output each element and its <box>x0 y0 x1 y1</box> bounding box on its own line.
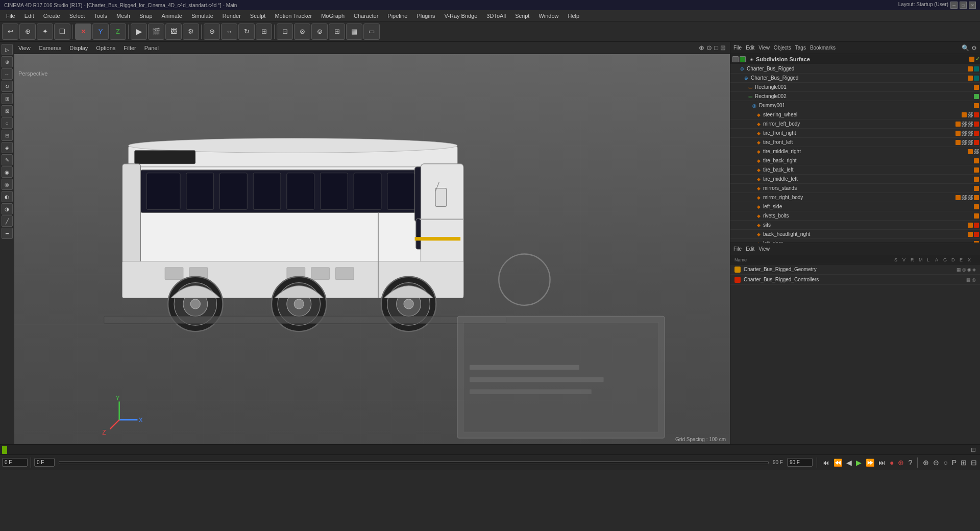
minimize-button[interactable]: ─ <box>950 2 958 9</box>
frame-display-field[interactable] <box>34 458 55 467</box>
render-check[interactable] <box>740 56 746 62</box>
menu-character[interactable]: Character <box>350 12 382 20</box>
render-settings-btn[interactable]: ⚙ <box>183 23 199 40</box>
timeline-settings-btn[interactable]: ⊞ <box>960 457 968 468</box>
keyframe-add-btn[interactable]: ⊕ <box>922 457 930 468</box>
tree-item-tire-mr[interactable]: ◆ tire_middle_right <box>730 147 980 156</box>
tree-item-mirrors-stands[interactable]: ◆ mirrors_stands <box>730 184 980 193</box>
menu-create[interactable]: Create <box>39 12 64 20</box>
polygon-mode-button[interactable]: Z <box>110 23 126 40</box>
timeline-scrubber[interactable] <box>59 461 769 464</box>
scale-lt[interactable]: ↔ <box>2 68 13 80</box>
tree-item-sits[interactable]: ◆ sits <box>730 221 980 230</box>
vp-menu-view[interactable]: View <box>18 45 31 51</box>
visibility-check[interactable] <box>732 56 739 62</box>
menu-window[interactable]: Window <box>534 12 562 20</box>
selection-tool[interactable]: ▷ <box>2 44 13 55</box>
menu-help[interactable]: Help <box>564 12 584 20</box>
menu-sculpt[interactable]: Sculpt <box>246 12 270 20</box>
axis-btn[interactable]: ⊗ <box>294 23 310 40</box>
timeline-expand-right-btn[interactable]: ⊟ <box>970 457 978 468</box>
menu-plugins[interactable]: Plugins <box>412 12 439 20</box>
frame-end-field[interactable] <box>787 458 813 467</box>
play-back-btn[interactable]: ◀ <box>845 457 853 468</box>
obj-settings-icon[interactable]: ⚙ <box>971 44 977 52</box>
menu-mograph[interactable]: MoGraph <box>317 12 349 20</box>
keyframe-minus-btn[interactable]: ⊖ <box>932 457 940 468</box>
weld-tool[interactable]: ◈ <box>2 142 13 153</box>
close-button[interactable]: ✕ <box>969 2 976 9</box>
viewport-icon-maximize[interactable]: ⊟ <box>720 44 726 52</box>
obj-search-icon[interactable]: 🔍 <box>962 44 969 52</box>
vp-menu-filter[interactable]: Filter <box>124 45 136 51</box>
floor-btn[interactable]: ▭ <box>363 23 380 40</box>
polygon-pen[interactable]: ✎ <box>2 154 13 165</box>
viewport-icon-axes[interactable]: ⊕ <box>699 44 704 52</box>
menu-simulate[interactable]: Simulate <box>187 12 217 20</box>
vp-menu-options[interactable]: Options <box>96 45 115 51</box>
viewport[interactable]: View Cameras Display Options Filter Pane… <box>14 42 730 444</box>
obj-bookmarks-menu[interactable]: Bookmarks <box>810 45 836 51</box>
tree-item-charter-bus-2[interactable]: ⊕ Charter_Bus_Rigged <box>730 74 980 83</box>
prev-frame-btn[interactable]: ⏪ <box>832 457 843 468</box>
scene-view-menu[interactable]: View <box>758 246 770 252</box>
loop-tool[interactable]: ○ <box>2 117 13 129</box>
tree-item-mirror-lb[interactable]: ◆ mirror_left_body <box>730 119 980 129</box>
vp-menu-display[interactable]: Display <box>69 45 88 51</box>
menu-3dtoall[interactable]: 3DToAll <box>482 12 510 20</box>
frame-current-field[interactable] <box>2 458 28 467</box>
next-frame-btn[interactable]: ⏩ <box>865 457 875 468</box>
record-btn[interactable]: ● <box>889 457 895 468</box>
object-tree[interactable]: ◈ Subdivision Surface ✓ ⊕ Charter_Bus_Ri… <box>730 54 980 243</box>
record-all-btn[interactable]: ⊕ <box>897 457 905 468</box>
obj-tags-menu[interactable]: Tags <box>795 45 806 51</box>
obj-objects-menu[interactable]: Objects <box>774 45 791 51</box>
tree-item-mirror-rb[interactable]: ◆ mirror_right_body <box>730 193 980 202</box>
tree-item-subdivision[interactable]: ◈ Subdivision Surface ✓ <box>730 54 980 64</box>
interactive-render-btn[interactable]: 🎬 <box>148 23 164 40</box>
viewport-filter-btn[interactable]: ⊞ <box>329 23 345 40</box>
tree-item-left-door[interactable]: ◆ left_door <box>730 239 980 243</box>
viewport-icon-camera[interactable]: ⊙ <box>706 44 712 52</box>
tree-item-dummy001[interactable]: ◎ Dummy001 <box>730 101 980 110</box>
menu-motion-tracker[interactable]: Motion Tracker <box>271 12 316 20</box>
obj-view-menu[interactable]: View <box>758 45 770 51</box>
bridge-tool[interactable]: ⊟ <box>2 130 13 141</box>
menu-file[interactable]: File <box>2 12 19 20</box>
menu-mesh[interactable]: Mesh <box>112 12 134 20</box>
vp-menu-cameras[interactable]: Cameras <box>39 45 62 51</box>
tree-item-rect001[interactable]: ▭ Rectangle001 <box>730 83 980 92</box>
knife-tool[interactable]: ⊞ <box>2 93 13 104</box>
tree-item-tire-ml[interactable]: ◆ tire_middle_left <box>730 175 980 184</box>
move-lt[interactable]: ⊕ <box>2 56 13 67</box>
group-button[interactable]: ❑ <box>54 23 70 40</box>
rotate-tool[interactable]: ↻ <box>238 23 255 40</box>
workplane-btn[interactable]: ⊚ <box>311 23 328 40</box>
scene-file-menu[interactable]: File <box>733 246 742 252</box>
tree-item-tire-bl[interactable]: ◆ tire_back_left <box>730 165 980 175</box>
undo-button[interactable]: ↩ <box>2 23 18 40</box>
edge-mode-button[interactable]: Y <box>92 23 109 40</box>
motion-system-btn[interactable]: ? <box>907 457 913 468</box>
tree-item-left-side[interactable]: ◆ left_side <box>730 202 980 211</box>
magnet-tool[interactable]: ◑ <box>2 203 13 214</box>
scene-item-controllers[interactable]: Charter_Bus_Rigged_Controllers ▦ ◎ <box>730 275 980 285</box>
maximize-button[interactable]: □ <box>960 2 967 9</box>
tree-item-tire-br[interactable]: ◆ tire_back_right <box>730 156 980 165</box>
move-tool[interactable]: ⊕ <box>204 23 220 40</box>
obj-edit-menu[interactable]: Edit <box>746 45 754 51</box>
tree-item-rivets[interactable]: ◆ rivets_bolts <box>730 211 980 221</box>
viewport-canvas[interactable]: Perspective <box>14 54 730 444</box>
scene-edit-menu[interactable]: Edit <box>746 246 754 252</box>
tree-item-tire-fl[interactable]: ◆ tire_front_left <box>730 138 980 147</box>
floor-tool[interactable]: ━ <box>2 228 13 239</box>
paint-tool[interactable]: ◐ <box>2 191 13 202</box>
tree-item-headlight[interactable]: ◆ back_headlight_right <box>730 230 980 239</box>
keyframe-circle-btn[interactable]: ○ <box>942 457 948 468</box>
menu-select[interactable]: Select <box>65 12 89 20</box>
spline-tool[interactable]: ╱ <box>2 215 13 227</box>
tree-item-tire-fr[interactable]: ◆ tire_front_right <box>730 129 980 138</box>
render-btn[interactable]: ▶ <box>131 23 147 40</box>
timeline-expand-btn[interactable]: ⊟ <box>969 446 978 453</box>
menu-render[interactable]: Render <box>218 12 245 20</box>
